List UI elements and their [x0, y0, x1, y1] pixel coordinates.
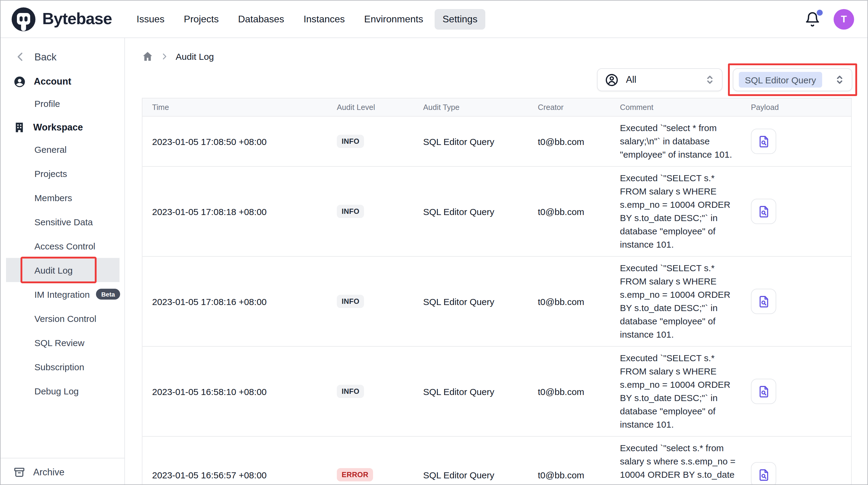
audit-level-badge: INFO [337, 385, 364, 398]
table-row: 2023-01-05 17:08:16 +08:00 INFO SQL Edit… [143, 257, 851, 347]
annotation-box-audit-type-filter: SQL Editor Query [728, 63, 857, 96]
col-header-payload: Payload [751, 103, 851, 112]
sidebar-item-profile[interactable]: Profile [1, 91, 124, 115]
chevron-left-icon [14, 51, 27, 63]
cell-audit-type: SQL Editor Query [423, 296, 538, 307]
table-row: 2023-01-05 16:56:57 +08:00 ERROR SQL Edi… [143, 437, 851, 485]
file-search-icon [756, 204, 771, 218]
cell-creator: t0@bb.com [538, 136, 620, 146]
cell-audit-type: SQL Editor Query [423, 386, 538, 397]
section-label: Workspace [33, 122, 83, 133]
cell-time: 2023-01-05 16:58:10 +08:00 [143, 386, 337, 397]
audit-type-filter-dropdown[interactable]: SQL Editor Query [733, 68, 852, 91]
cell-creator: t0@bb.com [538, 206, 620, 217]
section-label: Account [34, 76, 71, 87]
selector-icon [834, 74, 846, 86]
file-search-icon [756, 294, 771, 308]
nav-item-instances[interactable]: Instances [296, 9, 353, 29]
primary-nav: Issues Projects Databases Instances Envi… [129, 9, 485, 29]
nav-item-projects[interactable]: Projects [176, 9, 227, 29]
bytebase-logo[interactable]: Bytebase [10, 6, 112, 32]
col-header-time: Time [143, 103, 337, 112]
sidebar-item-subscription[interactable]: Subscription [1, 354, 124, 379]
table-row: 2023-01-05 16:58:10 +08:00 INFO SQL Edit… [143, 347, 851, 437]
cell-creator: t0@bb.com [538, 386, 620, 397]
sidebar-item-projects[interactable]: Projects [1, 161, 124, 186]
sidebar-item-archive[interactable]: Archive [1, 458, 124, 485]
sidebar-item-sql-review[interactable]: SQL Review [1, 331, 124, 354]
app-body: Back Account Profile Workspace General [1, 38, 867, 485]
cell-audit-type: SQL Editor Query [423, 136, 538, 146]
sidebar-item-audit-log[interactable]: Audit Log [6, 258, 120, 282]
bytebase-logo-icon [10, 6, 37, 32]
nav-item-databases[interactable]: Databases [230, 9, 292, 29]
cell-creator: t0@bb.com [538, 469, 620, 480]
col-header-audit-type: Audit Type [423, 103, 538, 112]
creator-filter-value: All [626, 74, 636, 85]
sidebar-item-general[interactable]: General [1, 137, 124, 161]
main-content: Audit Log All SQL Editor Quer [125, 38, 867, 485]
audit-type-filter-value: SQL Editor Query [739, 72, 822, 88]
cell-time: 2023-01-05 16:56:57 +08:00 [143, 469, 337, 480]
beta-badge: Beta [96, 289, 120, 299]
brand-name: Bytebase [42, 10, 112, 28]
breadcrumb: Audit Log [142, 49, 867, 63]
sidebar-item-members[interactable]: Members [1, 186, 124, 209]
payload-view-button[interactable] [751, 289, 776, 314]
cell-comment: Executed `"SELECT s.* FROM salary s WHER… [620, 347, 751, 436]
sidebar-item-im-integration[interactable]: IM Integration Beta [1, 282, 124, 306]
cell-comment: Executed `"SELECT s.* FROM salary s WHER… [620, 167, 751, 256]
payload-view-button[interactable] [751, 462, 776, 485]
audit-level-badge: INFO [337, 205, 364, 218]
table-header-row: Time Audit Level Audit Type Creator Comm… [143, 98, 851, 117]
page-title: Audit Log [176, 51, 214, 61]
table-row: 2023-01-05 17:08:50 +08:00 INFO SQL Edit… [143, 117, 851, 167]
user-circle-icon [13, 75, 26, 88]
audit-log-table: Time Audit Level Audit Type Creator Comm… [142, 98, 852, 485]
sidebar-item-version-control[interactable]: Version Control [1, 306, 124, 331]
col-header-creator: Creator [538, 103, 620, 112]
sidebar-section-account: Account [1, 74, 124, 89]
selector-icon [704, 74, 716, 86]
cell-time: 2023-01-05 17:08:18 +08:00 [143, 206, 337, 217]
payload-view-button[interactable] [751, 379, 776, 404]
notification-bell-button[interactable] [805, 11, 820, 27]
nav-item-settings[interactable]: Settings [435, 9, 485, 29]
nav-item-issues[interactable]: Issues [129, 9, 173, 29]
notification-dot [817, 9, 823, 16]
cell-time: 2023-01-05 17:08:50 +08:00 [143, 136, 337, 146]
audit-level-badge: INFO [337, 135, 364, 148]
chevron-right-icon [160, 52, 169, 61]
audit-level-badge: ERROR [337, 468, 373, 481]
bytebase-app-window: Bytebase Issues Projects Databases Insta… [0, 0, 868, 485]
settings-sidebar: Back Account Profile Workspace General [1, 38, 125, 485]
file-search-icon [756, 468, 771, 482]
home-icon[interactable] [142, 51, 153, 62]
sidebar-item-debug-log[interactable]: Debug Log [1, 379, 124, 403]
payload-view-button[interactable] [751, 199, 776, 224]
back-button[interactable]: Back [1, 49, 124, 65]
avatar[interactable]: T [834, 9, 854, 29]
table-row: 2023-01-05 17:08:18 +08:00 INFO SQL Edit… [143, 167, 851, 257]
person-circle-icon [605, 73, 619, 87]
payload-view-button[interactable] [751, 129, 776, 154]
sidebar-item-sensitive-data[interactable]: Sensitive Data [1, 209, 124, 234]
cell-comment: Executed `"select s.* from salary s wher… [620, 437, 751, 485]
sidebar-item-access-control[interactable]: Access Control [1, 234, 124, 258]
back-label: Back [34, 51, 56, 62]
cell-audit-type: SQL Editor Query [423, 469, 538, 480]
cell-comment: Executed `"SELECT s.* FROM salary s WHER… [620, 257, 751, 346]
cell-creator: t0@bb.com [538, 296, 620, 307]
archive-label: Archive [33, 466, 64, 478]
nav-item-environments[interactable]: Environments [356, 9, 431, 29]
topnav-right: T [805, 9, 854, 29]
filter-toolbar: All SQL Editor Query [142, 63, 867, 96]
audit-level-badge: INFO [337, 295, 364, 308]
cell-time: 2023-01-05 17:08:16 +08:00 [143, 296, 337, 307]
cell-audit-type: SQL Editor Query [423, 206, 538, 217]
archive-icon [13, 466, 25, 478]
top-navbar: Bytebase Issues Projects Databases Insta… [1, 1, 867, 38]
creator-filter-dropdown[interactable]: All [597, 68, 722, 91]
file-search-icon [756, 384, 771, 398]
cell-comment: Executed `"select * from salary;\n"` in … [620, 117, 751, 166]
